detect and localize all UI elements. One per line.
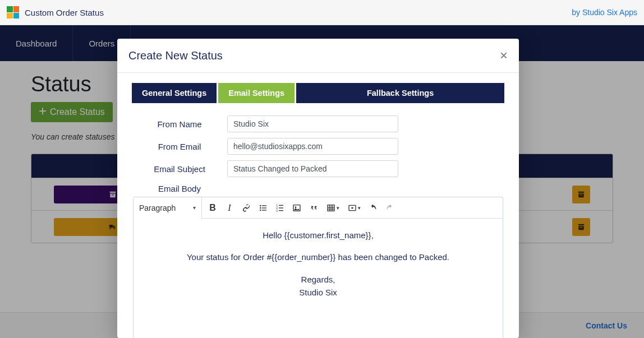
undo-button[interactable] bbox=[365, 200, 381, 216]
email-subject-input[interactable] bbox=[227, 160, 398, 177]
editor-toolbar: Paragraph ▾ B I 123 bbox=[134, 197, 503, 219]
from-email-input[interactable] bbox=[227, 138, 398, 155]
app-title: Custom Order Status bbox=[25, 8, 104, 17]
image-button[interactable] bbox=[288, 200, 305, 216]
bold-icon: B bbox=[209, 203, 216, 213]
editor-content[interactable]: Hello {{customer.first_name}}, Your stat… bbox=[134, 219, 503, 338]
svg-rect-14 bbox=[328, 205, 334, 211]
italic-button[interactable]: I bbox=[221, 200, 238, 216]
table-button[interactable]: ▾ bbox=[322, 200, 343, 216]
tab-general-settings[interactable]: General Settings bbox=[132, 83, 217, 103]
email-subject-label: Email Subject bbox=[132, 164, 227, 174]
bullet-list-icon bbox=[259, 203, 268, 212]
bullet-list-button[interactable] bbox=[255, 200, 272, 216]
svg-rect-5 bbox=[262, 210, 266, 210]
email-body-label: Email Body bbox=[132, 183, 227, 193]
chevron-down-icon: ▾ bbox=[193, 205, 196, 211]
svg-rect-10 bbox=[279, 207, 283, 208]
format-dropdown-label: Paragraph bbox=[139, 203, 176, 212]
ordered-list-button[interactable]: 123 bbox=[272, 200, 288, 216]
link-button[interactable] bbox=[238, 200, 255, 216]
ordered-list-icon: 123 bbox=[275, 203, 284, 212]
svg-point-2 bbox=[260, 209, 261, 211]
from-name-label: From Name bbox=[132, 119, 227, 129]
quote-icon bbox=[309, 203, 318, 212]
media-button[interactable]: ▾ bbox=[343, 200, 365, 216]
email-body-line: Your status for Order #{{order_number}} … bbox=[142, 251, 494, 263]
svg-rect-9 bbox=[279, 205, 283, 205]
from-email-label: From Email bbox=[132, 142, 227, 151]
image-icon bbox=[292, 203, 301, 212]
svg-point-1 bbox=[260, 207, 261, 209]
link-icon bbox=[242, 203, 251, 212]
email-body-line: Regards, Studio Six bbox=[142, 273, 494, 299]
app-bar: Custom Order Status by Studio Six Apps bbox=[0, 0, 644, 25]
email-body-line: Hello {{customer.first_name}}, bbox=[142, 229, 494, 242]
svg-rect-4 bbox=[262, 207, 266, 208]
tab-fallback-settings[interactable]: Fallback Settings bbox=[296, 83, 504, 103]
undo-icon bbox=[369, 203, 378, 212]
bold-button[interactable]: B bbox=[204, 200, 221, 216]
media-icon bbox=[348, 203, 357, 212]
rich-text-editor: Paragraph ▾ B I 123 bbox=[133, 197, 503, 338]
svg-point-0 bbox=[260, 205, 261, 206]
redo-button[interactable] bbox=[381, 200, 398, 216]
from-name-input[interactable] bbox=[227, 115, 398, 132]
redo-icon bbox=[385, 203, 394, 212]
chevron-down-icon: ▾ bbox=[358, 205, 361, 211]
modal-header: Create New Status × bbox=[117, 39, 519, 73]
format-dropdown[interactable]: Paragraph ▾ bbox=[134, 197, 202, 219]
svg-point-13 bbox=[295, 206, 297, 208]
create-status-modal: Create New Status × General Settings Ema… bbox=[117, 39, 519, 338]
modal-title: Create New Status bbox=[128, 49, 223, 62]
close-icon: × bbox=[500, 48, 508, 63]
blockquote-button[interactable] bbox=[305, 200, 322, 216]
svg-text:3: 3 bbox=[276, 209, 278, 212]
tab-email-settings[interactable]: Email Settings bbox=[218, 83, 295, 103]
vendor-link[interactable]: by Studio Six Apps bbox=[572, 8, 637, 17]
table-icon bbox=[326, 203, 335, 212]
svg-rect-11 bbox=[279, 210, 283, 211]
chevron-down-icon: ▾ bbox=[337, 205, 339, 211]
modal-tabs: General Settings Email Settings Fallback… bbox=[132, 83, 504, 103]
svg-rect-3 bbox=[262, 205, 266, 206]
app-logo-icon bbox=[7, 6, 19, 18]
modal-close-button[interactable]: × bbox=[500, 49, 508, 62]
italic-icon: I bbox=[228, 203, 231, 213]
